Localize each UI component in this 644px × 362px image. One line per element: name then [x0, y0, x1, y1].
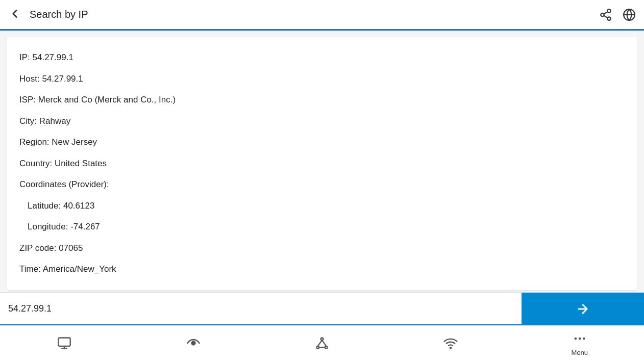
- latitude-row: Latitude: 40.6123: [19, 195, 625, 217]
- globe-icon[interactable]: [623, 8, 636, 21]
- nav-item-menu[interactable]: Menu: [515, 326, 644, 362]
- time-row: Time: America/New_York: [19, 258, 625, 280]
- svg-rect-7: [59, 338, 70, 346]
- ip-info-card: IP: 54.27.99.1 Host: 54.27.99.1 ISP: Mer…: [7, 37, 637, 290]
- country-row: Country: United States: [19, 153, 625, 174]
- ip-search-input[interactable]: [0, 293, 522, 325]
- nav-item-monitor[interactable]: [0, 326, 129, 362]
- coordinates-header: Coordinates (Provider):: [19, 174, 625, 195]
- nav-item-network[interactable]: [258, 326, 386, 362]
- input-area: [0, 292, 644, 325]
- svg-point-19: [578, 338, 581, 340]
- share-icon[interactable]: [599, 8, 612, 21]
- isp-row: ISP: Merck and Co (Merck and Co., Inc.): [19, 89, 625, 111]
- back-button[interactable]: [8, 7, 21, 22]
- arrow-right-icon: [576, 302, 590, 316]
- search-submit-button[interactable]: [522, 293, 644, 325]
- more-dots-icon: [573, 331, 587, 348]
- svg-line-3: [604, 15, 607, 17]
- host-row: Host: 54.27.99.1: [19, 68, 625, 90]
- wifi-icon: [443, 336, 458, 352]
- ping-icon: [186, 336, 201, 352]
- bottom-nav: Menu: [0, 325, 644, 362]
- ip-row: IP: 54.27.99.1: [19, 47, 625, 68]
- app-header: Search by IP: [0, 0, 644, 31]
- svg-line-4: [604, 12, 607, 14]
- network-icon: [315, 336, 329, 352]
- svg-point-10: [191, 341, 195, 345]
- svg-line-14: [318, 340, 322, 346]
- svg-point-20: [583, 338, 585, 340]
- header-actions: [599, 8, 636, 21]
- region-row: Region: New Jersey: [19, 132, 625, 153]
- main-content: IP: 54.27.99.1 Host: 54.27.99.1 ISP: Mer…: [0, 31, 644, 292]
- svg-point-17: [450, 347, 451, 348]
- menu-nav-label: Menu: [572, 349, 588, 356]
- svg-line-15: [322, 340, 326, 346]
- page-title: Search by IP: [30, 9, 599, 20]
- monitor-icon: [57, 336, 71, 352]
- nav-item-ping[interactable]: [129, 326, 257, 362]
- city-row: City: Rahway: [19, 111, 625, 132]
- longitude-row: Longitude: -74.267: [19, 216, 625, 238]
- zip-row: ZIP code: 07065: [19, 238, 625, 259]
- nav-item-wifi[interactable]: [386, 326, 515, 362]
- svg-point-18: [574, 338, 577, 340]
